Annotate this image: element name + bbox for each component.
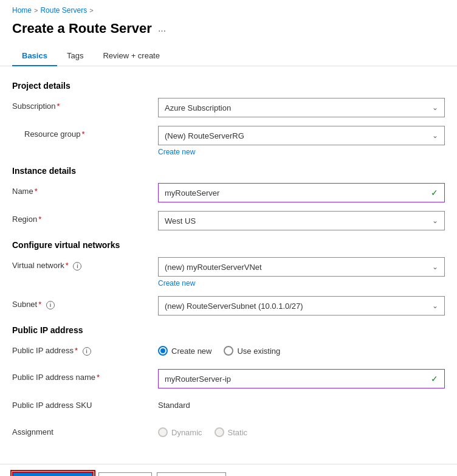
public-ip-name-control: myRouterServer-ip ✓ bbox=[158, 369, 445, 388]
next-button[interactable]: Next : Tags > bbox=[157, 472, 226, 476]
region-row: Region* West US ⌄ bbox=[12, 211, 445, 230]
public-ip-title: Public IP address bbox=[12, 325, 445, 335]
resource-group-dropdown[interactable]: (New) RouteServerRG ⌄ bbox=[158, 126, 445, 145]
assignment-row: Assignment Dynamic Static bbox=[12, 424, 445, 442]
public-ip-name-required: * bbox=[97, 373, 100, 382]
resource-group-required: * bbox=[82, 129, 85, 139]
public-ip-sku-control: Standard bbox=[158, 397, 445, 410]
virtual-networks-title: Configure virtual networks bbox=[12, 240, 445, 250]
public-ip-use-existing-radio[interactable] bbox=[224, 346, 233, 356]
name-control: myRouteServer ✓ bbox=[158, 183, 445, 202]
tab-basics[interactable]: Basics bbox=[12, 46, 57, 66]
subnet-value: (new) RouteServerSubnet (10.0.1.0/27) bbox=[165, 302, 303, 311]
assignment-static-label: Static bbox=[228, 428, 248, 437]
region-required: * bbox=[38, 215, 41, 224]
subnet-info-icon[interactable]: i bbox=[46, 301, 55, 309]
name-value: myRouteServer bbox=[165, 188, 219, 198]
vnet-dropdown[interactable]: (new) myRouterServerVNet ⌄ bbox=[158, 257, 445, 277]
assignment-dynamic-label: Dynamic bbox=[171, 428, 202, 437]
subscription-required: * bbox=[57, 102, 60, 111]
name-input[interactable]: myRouteServer ✓ bbox=[158, 183, 445, 202]
project-details-section: Project details Subscription* Azure Subs… bbox=[12, 81, 445, 156]
subnet-row: Subnet* i (new) RouteServerSubnet (10.0.… bbox=[12, 296, 445, 316]
public-ip-create-new-label: Create new bbox=[171, 347, 211, 356]
subnet-dropdown-arrow: ⌄ bbox=[432, 302, 438, 310]
breadcrumb-route-servers[interactable]: Route Servers bbox=[40, 6, 87, 15]
breadcrumb-sep2: > bbox=[89, 7, 93, 14]
tab-review-create[interactable]: Review + create bbox=[93, 46, 170, 66]
public-ip-info-icon[interactable]: i bbox=[83, 347, 91, 356]
subscription-dropdown[interactable]: Azure Subscription ⌄ bbox=[158, 98, 445, 117]
public-ip-use-existing-option[interactable]: Use existing bbox=[224, 346, 280, 356]
public-ip-name-label: Public IP address name* bbox=[12, 369, 158, 382]
assignment-static-radio[interactable] bbox=[215, 427, 224, 437]
name-label: Name* bbox=[12, 183, 158, 196]
public-ip-use-existing-label: Use existing bbox=[237, 347, 280, 356]
public-ip-name-check-icon: ✓ bbox=[431, 374, 438, 384]
assignment-dynamic-option[interactable]: Dynamic bbox=[158, 427, 202, 437]
vnet-value: (new) myRouterServerVNet bbox=[165, 263, 262, 272]
vnet-label: Virtual network* i bbox=[12, 257, 158, 271]
public-ip-row: Public IP address* i Create new Use exis… bbox=[12, 342, 445, 360]
instance-details-title: Instance details bbox=[12, 166, 445, 176]
name-check-icon: ✓ bbox=[431, 188, 438, 198]
vnet-row: Virtual network* i (new) myRouterServerV… bbox=[12, 257, 445, 288]
tab-tags[interactable]: Tags bbox=[57, 46, 93, 66]
vnet-control: (new) myRouterServerVNet ⌄ Create new bbox=[158, 257, 445, 288]
breadcrumb-home[interactable]: Home bbox=[12, 6, 32, 15]
resource-group-create-new-link[interactable]: Create new bbox=[158, 148, 445, 156]
form-footer: Review + create Previous Next : Tags > D… bbox=[0, 464, 457, 476]
resource-group-control: (New) RouteServerRG ⌄ Create new bbox=[158, 126, 445, 156]
subscription-value: Azure Subscription bbox=[165, 103, 231, 112]
region-dropdown[interactable]: West US ⌄ bbox=[158, 211, 445, 230]
public-ip-section: Public IP address Public IP address* i C… bbox=[12, 325, 445, 442]
subscription-control: Azure Subscription ⌄ bbox=[158, 98, 445, 117]
tabs-nav: Basics Tags Review + create bbox=[0, 46, 457, 66]
public-ip-label: Public IP address* i bbox=[12, 342, 158, 356]
name-required: * bbox=[35, 187, 38, 196]
project-details-title: Project details bbox=[12, 81, 445, 91]
subnet-required: * bbox=[38, 300, 41, 309]
public-ip-create-new-option[interactable]: Create new bbox=[158, 346, 211, 356]
public-ip-create-new-radio[interactable] bbox=[158, 346, 168, 356]
subnet-dropdown[interactable]: (new) RouteServerSubnet (10.0.1.0/27) ⌄ bbox=[158, 296, 445, 316]
subscription-dropdown-arrow: ⌄ bbox=[432, 103, 438, 112]
vnet-create-new-link[interactable]: Create new bbox=[158, 279, 445, 288]
public-ip-sku-row: Public IP address SKU Standard bbox=[12, 397, 445, 415]
form-body: Project details Subscription* Azure Subs… bbox=[0, 66, 457, 458]
resource-group-label: Resource group* bbox=[12, 126, 158, 139]
resource-group-row: Resource group* (New) RouteServerRG ⌄ Cr… bbox=[12, 126, 445, 156]
breadcrumb-sep1: > bbox=[34, 7, 38, 14]
public-ip-name-input[interactable]: myRouterServer-ip ✓ bbox=[158, 369, 445, 388]
public-ip-name-row: Public IP address name* myRouterServer-i… bbox=[12, 369, 445, 388]
page-header: Create a Route Server ... bbox=[0, 18, 457, 46]
assignment-dynamic-radio[interactable] bbox=[158, 427, 168, 437]
public-ip-name-value: myRouterServer-ip bbox=[165, 374, 231, 384]
subscription-label: Subscription* bbox=[12, 98, 158, 111]
virtual-networks-section: Configure virtual networks Virtual netwo… bbox=[12, 240, 445, 316]
subnet-label: Subnet* i bbox=[12, 296, 158, 309]
review-create-button[interactable]: Review + create bbox=[12, 472, 94, 476]
breadcrumb: Home > Route Servers > bbox=[0, 0, 457, 18]
assignment-control: Dynamic Static bbox=[158, 424, 445, 437]
resource-group-dropdown-arrow: ⌄ bbox=[432, 131, 438, 140]
page-title: Create a Route Server bbox=[12, 21, 152, 36]
public-ip-radio-group: Create new Use existing bbox=[158, 342, 445, 356]
instance-details-section: Instance details Name* myRouteServer ✓ R… bbox=[12, 166, 445, 230]
previous-button[interactable]: Previous bbox=[98, 472, 153, 476]
subnet-control: (new) RouteServerSubnet (10.0.1.0/27) ⌄ bbox=[158, 296, 445, 316]
assignment-static-option[interactable]: Static bbox=[215, 427, 248, 437]
public-ip-control: Create new Use existing bbox=[158, 342, 445, 356]
public-ip-required: * bbox=[75, 346, 78, 355]
vnet-info-icon[interactable]: i bbox=[73, 262, 81, 271]
assignment-label: Assignment bbox=[12, 424, 158, 436]
name-row: Name* myRouteServer ✓ bbox=[12, 183, 445, 202]
vnet-dropdown-arrow: ⌄ bbox=[432, 263, 438, 271]
vnet-required: * bbox=[66, 261, 69, 270]
more-options-icon[interactable]: ... bbox=[158, 23, 166, 34]
subscription-row: Subscription* Azure Subscription ⌄ bbox=[12, 98, 445, 117]
public-ip-sku-value: Standard bbox=[158, 397, 445, 410]
region-control: West US ⌄ bbox=[158, 211, 445, 230]
public-ip-sku-label: Public IP address SKU bbox=[12, 397, 158, 410]
assignment-radio-group: Dynamic Static bbox=[158, 424, 445, 437]
